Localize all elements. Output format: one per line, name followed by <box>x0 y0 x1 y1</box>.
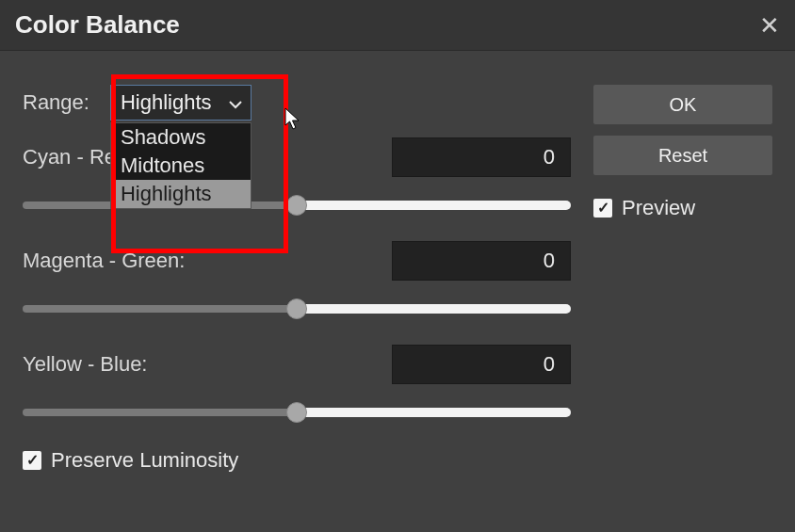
slider-track[interactable] <box>23 298 571 320</box>
slider-track-fill <box>297 304 571 314</box>
main-column: Range: Highlights ShadowsMidtonesHighlig… <box>23 85 571 473</box>
slider-value-input[interactable]: 0 <box>392 345 571 384</box>
range-option-highlights[interactable]: Highlights <box>111 180 251 208</box>
slider-group: Yellow - Blue:0 <box>23 345 571 424</box>
slider-group: Cyan - Red:0 <box>23 137 571 217</box>
slider-track[interactable] <box>23 401 571 424</box>
slider-thumb[interactable] <box>286 402 307 423</box>
checkmark-icon: ✓ <box>593 199 612 218</box>
range-row: Range: Highlights ShadowsMidtonesHighlig… <box>23 85 571 121</box>
slider-thumb[interactable] <box>286 195 307 216</box>
preserve-luminosity-label: Preserve Luminosity <box>51 448 238 473</box>
slider-track-fill <box>297 201 571 210</box>
slider-group: Magenta - Green:0 <box>23 241 571 320</box>
chevron-down-icon <box>229 90 242 115</box>
slider-head: Yellow - Blue:0 <box>23 345 571 384</box>
reset-button[interactable]: Reset <box>593 136 772 175</box>
range-select[interactable]: Highlights <box>110 85 251 121</box>
range-option-midtones[interactable]: Midtones <box>111 152 251 180</box>
slider-label: Yellow - Blue: <box>23 352 147 377</box>
slider-thumb[interactable] <box>286 298 307 319</box>
preserve-luminosity-checkbox[interactable]: ✓ Preserve Luminosity <box>23 448 571 473</box>
side-column: OK Reset ✓ Preview <box>593 85 772 473</box>
dialog-title: Color Balance <box>15 10 180 40</box>
titlebar: Color Balance ✕ <box>0 0 795 51</box>
range-dropdown: ShadowsMidtonesHighlights <box>110 122 251 209</box>
close-icon[interactable]: ✕ <box>759 13 780 38</box>
slider-value-input[interactable]: 0 <box>392 137 571 177</box>
ok-button[interactable]: OK <box>593 85 772 124</box>
slider-label: Magenta - Green: <box>23 249 185 273</box>
sliders-container: Cyan - Red:0Magenta - Green:0Yellow - Bl… <box>23 137 571 424</box>
preview-label: Preview <box>622 196 695 220</box>
slider-track-fill <box>297 408 571 417</box>
slider-head: Cyan - Red:0 <box>23 137 571 177</box>
dialog-content: Range: Highlights ShadowsMidtonesHighlig… <box>0 51 795 495</box>
slider-track[interactable] <box>23 194 571 217</box>
preview-checkbox[interactable]: ✓ Preview <box>593 196 772 220</box>
range-select-wrap: Highlights ShadowsMidtonesHighlights <box>110 85 251 121</box>
range-selected-value: Highlights <box>121 90 212 115</box>
slider-value-input[interactable]: 0 <box>392 241 571 281</box>
checkmark-icon: ✓ <box>23 451 41 470</box>
slider-head: Magenta - Green:0 <box>23 241 571 281</box>
range-label: Range: <box>23 90 89 115</box>
range-option-shadows[interactable]: Shadows <box>111 123 251 152</box>
